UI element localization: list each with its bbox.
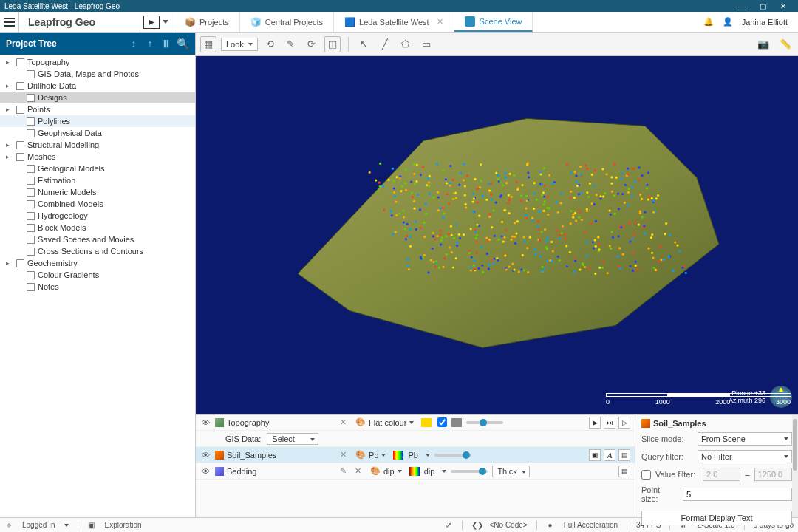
measure-tool[interactable]: ▭ — [418, 36, 434, 52]
visibility-checkbox[interactable] — [16, 141, 24, 149]
visibility-checkbox[interactable] — [16, 82, 24, 90]
remove-icon[interactable]: ✕ — [338, 450, 348, 460]
visibility-checkbox[interactable] — [27, 271, 35, 279]
ruler-button[interactable]: 📏 — [777, 36, 794, 52]
visibility-checkbox[interactable] — [27, 283, 35, 291]
tree-collapse-icon[interactable]: ↕ — [127, 38, 140, 50]
legend-swatch[interactable] — [409, 467, 420, 476]
tree-up-icon[interactable]: ↑ — [143, 38, 157, 50]
visibility-checkbox[interactable] — [16, 58, 24, 66]
visibility-checkbox[interactable] — [27, 94, 35, 102]
tree-item[interactable]: Colour Gradients — [0, 269, 195, 281]
close-button[interactable]: ✕ — [773, 2, 794, 10]
visibility-toggle[interactable] — [200, 467, 211, 476]
skip-button[interactable]: ▷ — [618, 417, 630, 429]
expander-icon[interactable]: ▸ — [6, 141, 13, 149]
visibility-toggle[interactable] — [200, 451, 211, 460]
visibility-checkbox[interactable] — [27, 117, 35, 126]
format-display-text-button[interactable]: Format Display Text — [641, 511, 792, 525]
expander-icon[interactable]: ▸ — [6, 58, 13, 66]
opacity-slider[interactable] — [466, 421, 503, 424]
chevron-down-icon[interactable] — [409, 421, 414, 424]
plane-tool[interactable]: ◫ — [324, 36, 341, 52]
screenshot-button[interactable]: 📷 — [755, 36, 771, 52]
tree-item[interactable]: Geological Models — [0, 163, 195, 174]
visibility-checkbox[interactable] — [27, 236, 35, 244]
gis-data-select[interactable]: Select — [267, 433, 318, 445]
colour-swatch[interactable] — [421, 418, 432, 427]
step-button[interactable]: ⏭ — [604, 417, 615, 429]
tree-item[interactable]: ▸Topography — [0, 56, 195, 68]
visibility-checkbox[interactable] — [27, 177, 35, 185]
tab-scene-view[interactable]: Scene View — [454, 12, 533, 32]
visibility-checkbox[interactable] — [27, 212, 35, 220]
remove-icon[interactable]: ✕ — [352, 466, 363, 476]
tree-item[interactable]: Numeric Models — [0, 186, 195, 198]
visibility-checkbox[interactable] — [27, 129, 35, 137]
tree-item[interactable]: Estimation — [0, 174, 195, 186]
tab-project[interactable]: Leda Satellite West ✕ — [334, 12, 454, 32]
axes-icon[interactable]: ⤢ — [444, 521, 453, 529]
tree-item[interactable]: Geophysical Data — [0, 127, 195, 139]
query-filter-select[interactable]: No Filter — [698, 450, 792, 463]
chevron-down-icon[interactable] — [64, 524, 69, 527]
attr-label[interactable]: dip — [383, 467, 395, 476]
shade-swatch[interactable] — [451, 418, 462, 427]
tree-item[interactable]: Polylines — [0, 115, 195, 127]
scene-row-soil-samples[interactable]: Soil_Samples ✕ 🎨 Pb Pb ▣ A ▤ — [196, 447, 635, 463]
tree-item[interactable]: Designs — [0, 92, 195, 103]
colour-mode-label[interactable]: Flat colour — [369, 418, 406, 427]
slice-mode-select[interactable]: From Scene — [698, 432, 792, 446]
opacity-slider[interactable] — [434, 454, 471, 457]
properties-scrollbar[interactable] — [792, 415, 798, 517]
tree-item[interactable]: Cross Sections and Contours — [0, 245, 195, 257]
visibility-checkbox[interactable] — [27, 70, 35, 78]
pointer-tool[interactable]: ↖ — [356, 36, 372, 52]
tree-item[interactable]: GIS Data, Maps and Photos — [0, 68, 195, 80]
edit-icon[interactable] — [338, 466, 348, 476]
chevron-down-icon[interactable] — [381, 454, 386, 457]
tree-item[interactable]: Notes — [0, 281, 195, 293]
look-select[interactable]: Look — [221, 38, 258, 51]
scene-viewport[interactable]: Plunge +33 Azimuth 296 0 1000 2000 3000 — [196, 56, 798, 414]
tree-item[interactable]: ▸Drillhole Data — [0, 80, 195, 92]
expander-icon[interactable]: ▸ — [6, 82, 13, 89]
scene-row-bedding[interactable]: Bedding ✕ 🎨 dip dip Thick ▤ — [196, 463, 635, 480]
tree-item[interactable]: Hydrogeology — [0, 210, 195, 222]
chevron-down-icon[interactable] — [426, 454, 430, 457]
slicer-button[interactable]: ▦ — [200, 36, 216, 52]
tree-search-icon[interactable]: 🔍 — [176, 38, 189, 50]
tab-close-icon[interactable]: ✕ — [437, 17, 443, 27]
tree-item[interactable]: ▸Points — [0, 103, 195, 115]
visibility-checkbox[interactable] — [16, 106, 24, 114]
polygon-tool[interactable]: ⬠ — [398, 36, 414, 52]
legend-checkbox[interactable] — [437, 417, 447, 427]
tree-item[interactable]: Block Models — [0, 222, 195, 233]
play-button[interactable]: ▶ — [589, 417, 601, 429]
style-select[interactable]: Thick — [492, 466, 529, 477]
user-icon[interactable] — [723, 17, 733, 27]
table-button[interactable]: ▤ — [618, 449, 630, 461]
scene-row-topography[interactable]: Topography ✕ 🎨 Flat colour ▶ ⏭ — [196, 415, 635, 431]
chevron-down-icon[interactable] — [398, 470, 402, 473]
run-dropdown[interactable] — [163, 20, 168, 24]
project-tree[interactable]: ▸TopographyGIS Data, Maps and Photos▸Dri… — [0, 55, 195, 517]
minimize-button[interactable]: — — [732, 2, 752, 10]
tree-item[interactable]: ▸Structural Modelling — [0, 139, 195, 151]
tab-central[interactable]: Central Projects — [240, 12, 334, 32]
point-size-input[interactable] — [683, 488, 792, 501]
attr-label[interactable]: Pb — [369, 451, 378, 460]
expander-icon[interactable]: ▸ — [6, 153, 13, 160]
value-filter-checkbox[interactable] — [641, 470, 651, 480]
menu-button[interactable] — [0, 12, 19, 32]
table-button[interactable]: ▤ — [618, 466, 630, 477]
tree-item[interactable]: Saved Scenes and Movies — [0, 233, 195, 245]
tree-pause-icon[interactable]: ⏸ — [160, 38, 173, 50]
tab-projects[interactable]: Projects — [174, 12, 240, 32]
visibility-checkbox[interactable] — [27, 165, 35, 173]
code-status[interactable]: <No Code> — [489, 521, 527, 529]
line-tool[interactable]: ╱ — [377, 36, 393, 52]
lasso-tool[interactable]: ⟲ — [262, 36, 279, 52]
visibility-checkbox[interactable] — [27, 248, 35, 256]
group-button[interactable]: ▣ — [589, 449, 601, 461]
